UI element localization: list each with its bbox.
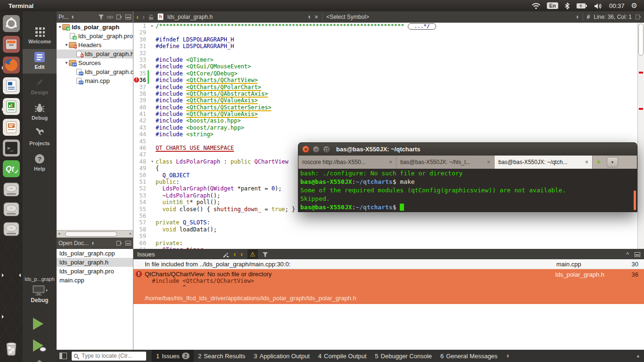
code-line-57[interactable]: 57private Q_SLOTS: [133, 219, 637, 226]
tree-item-lds-polar-graph[interactable]: ▼qtlds_polar_graph [57, 23, 133, 32]
code-line-35[interactable]: 35#include <QtCore/QDebug> [133, 70, 637, 77]
window-close-button[interactable]: ✕ [302, 146, 309, 153]
split-panel-icon[interactable] [116, 240, 122, 247]
output-pane-button-compile-output[interactable]: 4Compile Output [314, 350, 371, 362]
navigate-back-icon[interactable]: ‹ [136, 13, 139, 21]
code-line-36[interactable]: !36#include <QtCharts/QChartView> [133, 77, 637, 83]
code-line-60[interactable]: 60private: [133, 240, 637, 247]
expand-arrow-icon[interactable]: ▼ [58, 25, 62, 29]
open-document-lds-polar-graph-pro[interactable]: lds_polar_graph.pro [57, 267, 133, 276]
projects-panel-title[interactable]: Pr... [58, 14, 68, 20]
dock-item-disk-drive-2[interactable] [2, 200, 21, 219]
clean-icon[interactable] [222, 250, 229, 257]
code-line-30[interactable]: 30#ifndef LDSPOLARGRAPH_H [133, 36, 637, 43]
volume-icon[interactable] [594, 1, 603, 10]
scrollbar-thumb[interactable] [638, 24, 644, 56]
mode-tab-edit[interactable]: Edit [23, 49, 57, 74]
tree-item-sources[interactable]: ▼c+Sources [57, 58, 133, 67]
split-panel-icon[interactable] [116, 14, 122, 20]
tab-close-icon[interactable]: × [487, 159, 490, 165]
navigate-forward-icon[interactable]: › [142, 13, 145, 21]
code-line-31[interactable]: 31#define LDSPOLARGRAPH_H [133, 43, 637, 49]
open-document-main-cpp[interactable]: main.cpp [57, 276, 133, 285]
clock[interactable]: 00:37 [609, 2, 625, 9]
code-line-34[interactable]: 34#include <QtGui/QMouseEvent> [133, 63, 637, 70]
terminal-output[interactable]: bash: ./configure: No such file or direc… [298, 169, 637, 212]
open-document-lds-polar-graph-cpp[interactable]: lds_polar_graph.cpp [57, 249, 133, 258]
code-line-32[interactable]: 32 [133, 50, 637, 57]
document-combo-icon[interactable]: ▲▼ [308, 15, 311, 19]
output-pane-button-search-results[interactable]: 2Search Results [194, 350, 249, 362]
dock-item-ubuntu-dash[interactable] [2, 14, 21, 33]
issue-row-selected[interactable]: ! QtCharts/QChartView: No such file or d… [133, 269, 644, 304]
dock-item-libreoffice-calc[interactable] [2, 97, 21, 116]
symbol-selector[interactable]: <Select Symbol> [326, 14, 369, 20]
scrollbar-thumb[interactable] [65, 231, 117, 237]
code-line-40[interactable]: 40#include <QtCharts/QScatterSeries> [133, 104, 637, 111]
dock-item-terminal[interactable]: >_ [2, 139, 21, 157]
code-line-42[interactable]: 42#include <boost/asio.hpp> [133, 117, 637, 124]
battery-icon[interactable] [576, 1, 587, 10]
close-panel-icon[interactable] [125, 14, 131, 20]
sidebar-toggle-icon[interactable] [59, 353, 67, 359]
expand-arrow-icon[interactable]: ▼ [64, 43, 69, 47]
terminal-tab-2[interactable]: bas@bas-X550JX: ~/hls_l...× [396, 156, 495, 169]
kit-selector-button[interactable]: Debug [23, 285, 57, 312]
tree-item-headers[interactable]: ▼hHeaders [57, 41, 133, 49]
output-pane-button-issues[interactable]: 1Issues2 [152, 350, 194, 362]
close-pane-icon[interactable] [635, 251, 640, 258]
editor-vertical-scrollbar[interactable] [637, 23, 644, 249]
terminal-window[interactable]: ✕ − ◻ bas@bas-X550JX: ~/qtcharts roscore… [298, 142, 637, 212]
locator-input[interactable] [82, 353, 137, 359]
dock-item-firefox[interactable] [2, 56, 21, 74]
document-selector[interactable]: lds_polar_graph.h [167, 14, 304, 20]
mode-tab-help[interactable]: ?Help [23, 151, 57, 175]
tree-item-main-cpp[interactable]: c+main.cpp [57, 76, 133, 85]
new-tab-button[interactable]: + [593, 156, 605, 169]
window-minimize-button[interactable]: − [313, 146, 320, 153]
dock-item-disk-drive-3[interactable] [2, 220, 21, 239]
session-gear-icon[interactable]: ⚙ [631, 1, 637, 10]
terminal-titlebar[interactable]: ✕ − ◻ bas@bas-X550JX: ~/qtcharts [298, 142, 637, 156]
code-line-59[interactable]: 59 [133, 233, 637, 239]
scroll-left-icon[interactable]: ◂ [58, 231, 60, 236]
open-documents-title[interactable]: Open Doc... [58, 240, 89, 247]
window-maximize-button[interactable]: ◻ [323, 146, 330, 153]
scroll-right-icon[interactable]: ▸ [130, 231, 132, 236]
output-pane-button-application-output[interactable]: 3Application Output [249, 350, 314, 362]
code-line-33[interactable]: 33#include <QTimer> [133, 57, 637, 63]
right-combo-icon[interactable]: ▲▼ [576, 15, 579, 19]
tree-item-lds-polar-graph-pro[interactable]: qtlds_polar_graph.pro [57, 32, 133, 41]
projects-horizontal-scrollbar[interactable]: ◂ ▸ [57, 230, 133, 238]
code-line-1[interactable]: 1▶/*************************************… [133, 23, 637, 29]
dock-item-libreoffice-impress[interactable] [2, 118, 21, 137]
dock-item-file-archive[interactable] [2, 35, 21, 54]
mode-tab-projects[interactable]: Projects [23, 125, 57, 150]
code-line-43[interactable]: 43#include <boost/array.hpp> [133, 124, 637, 131]
dock-item-trash[interactable] [2, 338, 21, 357]
output-pane-button-debugger-console[interactable]: 5Debugger Console [371, 350, 436, 362]
code-line-44[interactable]: 44#include <string> [133, 131, 637, 138]
tree-item-lds-polar-graph-cpp[interactable]: c+lds_polar_graph.cpp [57, 67, 133, 76]
dock-item-libreoffice-writer[interactable] [2, 76, 21, 95]
error-mark[interactable] [639, 72, 643, 74]
tab-close-icon[interactable]: × [585, 159, 588, 165]
terminal-tab-3[interactable]: bas@bas-X550JX: ~/qtch...× [495, 156, 593, 169]
issue-row[interactable]: In file included from ../lds_polar_graph… [133, 259, 644, 269]
bluetooth-icon[interactable] [565, 1, 570, 10]
build-button[interactable] [32, 359, 46, 362]
close-document-icon[interactable]: × [314, 13, 318, 21]
output-pane-combo-icon[interactable]: ▲▼ [506, 354, 509, 358]
next-issue-icon[interactable]: › [240, 250, 243, 258]
filter-icon[interactable] [99, 14, 104, 20]
tab-list-dropdown[interactable]: ▼ [607, 157, 618, 167]
code-line-37[interactable]: 37#include <QtCharts/QPolarChart> [133, 84, 637, 90]
mode-tab-welcome[interactable]: Welcome [23, 24, 57, 48]
code-line-56[interactable]: 56 [133, 213, 637, 219]
keyboard-layout-indicator[interactable]: En [547, 2, 558, 9]
tree-item-lds-polar-graph-h[interactable]: hlds_polar_graph.h [57, 49, 133, 58]
code-editor[interactable]: 1▶/*************************************… [133, 23, 637, 249]
filter-icon[interactable] [263, 251, 268, 258]
code-line-29[interactable]: 29 [133, 29, 637, 36]
maximize-output-icon[interactable]: ▲ [636, 354, 640, 358]
